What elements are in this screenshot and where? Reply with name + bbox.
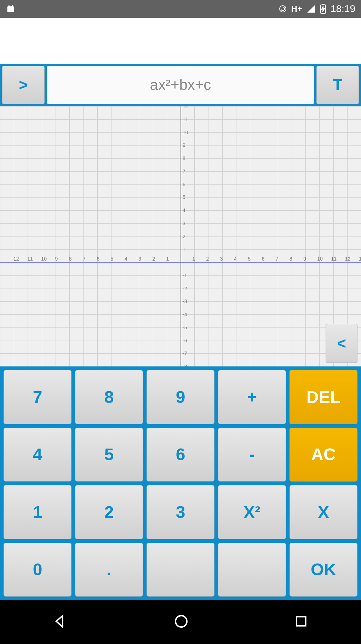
y-tick-label: 9	[183, 142, 185, 148]
y-tick-label: -2	[183, 286, 187, 291]
key-[interactable]: .	[75, 543, 143, 597]
y-tick-label: -3	[183, 298, 187, 304]
svg-point-6	[176, 616, 187, 627]
key-8[interactable]: 8	[75, 370, 143, 424]
y-tick-label: 6	[183, 182, 185, 187]
expression-input-bar: > ax²+bx+c T	[0, 64, 361, 106]
x-tick-label: -2	[151, 256, 155, 262]
y-tick-label: -6	[183, 338, 187, 343]
svg-point-3	[280, 6, 286, 12]
x-tick-label: 2	[206, 256, 209, 262]
x-tick-label: -11	[25, 256, 33, 262]
x-tick-label: 6	[262, 256, 264, 262]
y-tick-label: 12	[183, 106, 188, 109]
home-button[interactable]	[173, 613, 190, 631]
key-1[interactable]: 1	[4, 485, 71, 539]
clock-time: 18:19	[331, 3, 355, 15]
x-tick-label: 5	[248, 256, 251, 262]
y-tick-label: 8	[183, 155, 185, 161]
svg-rect-0	[7, 6, 14, 12]
key-0[interactable]: 0	[4, 543, 71, 597]
key-x[interactable]: X	[290, 485, 357, 539]
key-del[interactable]: DEL	[290, 370, 357, 424]
back-button[interactable]	[52, 613, 69, 631]
android-nav-bar	[0, 600, 361, 644]
x-tick-label: -5	[109, 256, 113, 262]
y-tick-label: -4	[183, 312, 187, 317]
x-tick-label: 11	[331, 256, 337, 262]
mode-button[interactable]: T	[316, 66, 359, 104]
key-4[interactable]: 4	[4, 428, 71, 482]
y-tick-label: 4	[183, 207, 185, 213]
x-tick-label: 10	[317, 256, 323, 262]
network-type: H+	[291, 4, 302, 14]
x-tick-label: 1	[192, 256, 195, 262]
y-tick-label: 5	[183, 194, 185, 200]
app-header-blank	[0, 18, 361, 64]
x-tick-label: 9	[303, 256, 306, 262]
y-tick-label: 11	[183, 116, 188, 122]
y-tick-label: 10	[183, 130, 188, 135]
x-tick-label: -7	[81, 256, 85, 262]
collapse-keypad-button[interactable]: <	[326, 324, 357, 363]
expand-button[interactable]: >	[2, 66, 45, 104]
y-tick-label: -7	[183, 351, 187, 356]
key-x[interactable]: X²	[218, 485, 286, 539]
key-9[interactable]: 9	[147, 370, 214, 424]
keypad: 789+DEL456-AC123X²X0.OK	[0, 366, 361, 600]
y-tick-label: 7	[183, 169, 185, 174]
key-empty	[147, 543, 214, 597]
signal-icon	[306, 4, 316, 13]
x-tick-label: 8	[290, 256, 292, 262]
svg-rect-1	[8, 5, 9, 7]
battery-icon	[320, 4, 326, 14]
x-tick-label: -1	[165, 256, 169, 262]
svg-rect-2	[12, 5, 13, 7]
x-tick-label: 13	[359, 256, 361, 262]
y-tick-label: 3	[183, 221, 185, 226]
sync-icon	[279, 5, 287, 13]
y-tick-label: 1	[183, 246, 185, 252]
y-tick-label: -1	[183, 273, 187, 278]
key-ok[interactable]: OK	[290, 543, 357, 597]
key-[interactable]: -	[218, 428, 286, 482]
x-tick-label: -4	[123, 256, 127, 262]
x-tick-label: -6	[95, 256, 99, 262]
x-tick-label: -8	[67, 256, 71, 262]
x-tick-label: 3	[220, 256, 223, 262]
x-tick-label: -10	[40, 256, 47, 262]
x-tick-label: -3	[137, 256, 141, 262]
recent-apps-button[interactable]	[293, 614, 309, 631]
key-2[interactable]: 2	[75, 485, 143, 539]
plot-curve	[0, 262, 361, 263]
app-notification-icon	[6, 4, 16, 14]
expression-input[interactable]: ax²+bx+c	[47, 66, 314, 104]
x-tick-label: 4	[234, 256, 237, 262]
key-5[interactable]: 5	[75, 428, 143, 482]
x-tick-label: 12	[345, 256, 351, 262]
y-tick-label: 2	[183, 234, 185, 239]
key-7[interactable]: 7	[4, 370, 71, 424]
key-[interactable]: +	[218, 370, 286, 424]
x-tick-label: -9	[53, 256, 58, 262]
status-bar: H+ 18:19	[0, 0, 361, 18]
svg-rect-7	[297, 617, 306, 626]
key-3[interactable]: 3	[147, 485, 214, 539]
y-tick-label: -5	[183, 325, 187, 330]
key-empty	[218, 543, 286, 597]
key-6[interactable]: 6	[147, 428, 214, 482]
x-tick-label: -12	[12, 256, 19, 262]
key-ac[interactable]: AC	[290, 428, 357, 482]
y-tick-label: -8	[183, 364, 187, 366]
graph-area[interactable]: 121110987654321-1-2-3-4-5-6-7-8-12-11-10…	[0, 106, 361, 366]
svg-rect-5	[322, 4, 324, 5]
x-tick-label: 7	[276, 256, 279, 262]
